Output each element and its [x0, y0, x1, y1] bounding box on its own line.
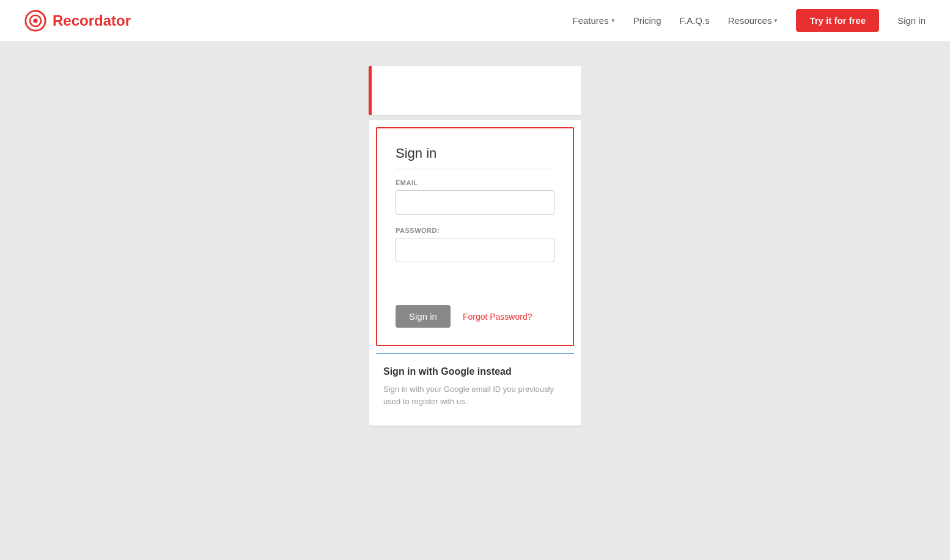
signin-button[interactable]: Sign in [396, 305, 451, 328]
main-content: Sign in EMAIL PASSWORD: Sign in Forgot P… [0, 42, 950, 450]
nav-links: Features ▾ Pricing F.A.Q.s Resources ▾ T… [572, 9, 926, 32]
signin-section: Sign in EMAIL PASSWORD: Sign in Forgot P… [376, 127, 574, 346]
email-input[interactable] [396, 190, 554, 215]
navbar: Recordator Features ▾ Pricing F.A.Q.s Re… [0, 0, 950, 42]
logo-text: Recordator [53, 12, 131, 29]
forgot-password-link[interactable]: Forgot Password? [463, 312, 532, 322]
email-group: EMAIL [396, 179, 554, 215]
password-group: PASSWORD: [396, 227, 554, 262]
google-signin-section: Sign in with Google instead Sign in with… [369, 354, 581, 426]
email-label: EMAIL [396, 179, 554, 186]
nav-pricing[interactable]: Pricing [633, 15, 661, 26]
features-chevron-icon: ▾ [611, 17, 615, 24]
try-free-button[interactable]: Try it for free [796, 9, 879, 32]
google-signin-title: Sign in with Google instead [383, 366, 567, 377]
top-card [369, 66, 581, 115]
nav-features[interactable]: Features ▾ [572, 15, 614, 26]
form-card: Sign in EMAIL PASSWORD: Sign in Forgot P… [369, 120, 581, 426]
logo: Recordator [24, 10, 131, 32]
nav-signin-link[interactable]: Sign in [897, 15, 926, 26]
svg-point-2 [33, 18, 37, 23]
password-label: PASSWORD: [396, 227, 554, 234]
nav-resources[interactable]: Resources ▾ [728, 15, 778, 26]
google-signin-description: Sign in with your Google email ID you pr… [383, 383, 567, 407]
logo-icon [24, 10, 46, 32]
nav-faqs[interactable]: F.A.Q.s [680, 15, 710, 26]
signin-title: Sign in [396, 146, 554, 169]
password-input[interactable] [396, 238, 554, 262]
form-actions: Sign in Forgot Password? [396, 305, 554, 328]
resources-chevron-icon: ▾ [774, 17, 778, 24]
